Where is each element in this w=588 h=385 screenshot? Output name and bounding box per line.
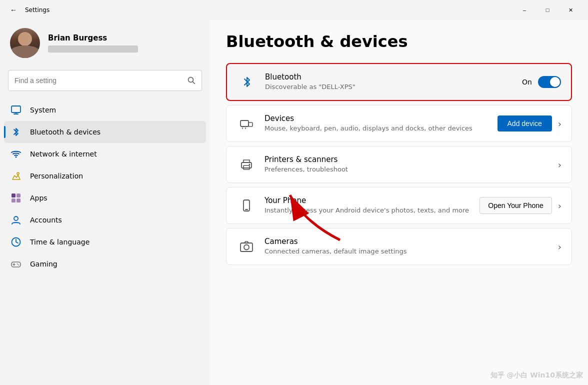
user-info: Brian Burgess <box>48 34 138 52</box>
svg-rect-18 <box>240 120 248 126</box>
avatar <box>10 28 40 58</box>
maximize-button[interactable]: □ <box>536 2 559 18</box>
personalization-icon <box>10 170 22 182</box>
avatar-image <box>10 28 40 58</box>
bluetooth-toggle[interactable] <box>538 76 561 88</box>
bluetooth-action: On <box>522 76 561 88</box>
sidebar-item-time[interactable]: Time & language <box>4 231 206 253</box>
phone-action: Open Your Phone › <box>480 197 562 214</box>
accounts-icon <box>10 214 22 226</box>
phone-card: Your Phone Instantly access your Android… <box>226 187 572 224</box>
svg-rect-7 <box>12 194 16 198</box>
phone-row[interactable]: Your Phone Instantly access your Android… <box>226 188 572 224</box>
devices-card: Devices Mouse, keyboard, pen, audio, dis… <box>226 105 572 142</box>
printers-chevron: › <box>558 160 562 170</box>
bluetooth-card-icon <box>237 72 257 92</box>
svg-point-28 <box>244 245 249 250</box>
time-icon <box>10 236 22 248</box>
user-name: Brian Burgess <box>48 34 138 42</box>
minimize-button[interactable]: – <box>513 2 536 18</box>
avatar-body <box>10 46 40 58</box>
svg-rect-23 <box>244 166 250 170</box>
bluetooth-state-label: On <box>522 78 532 86</box>
cameras-icon <box>236 236 256 256</box>
svg-rect-9 <box>12 198 16 202</box>
devices-subtitle: Mouse, keyboard, pen, audio, displays an… <box>264 124 490 133</box>
bluetooth-title: Bluetooth <box>265 72 514 82</box>
search-icon <box>188 76 196 84</box>
printers-icon <box>236 154 256 174</box>
devices-card-text: Devices Mouse, keyboard, pen, audio, dis… <box>264 114 490 133</box>
devices-chevron: › <box>558 118 562 129</box>
app-body: Brian Burgess <box>0 20 588 385</box>
open-phone-button[interactable]: Open Your Phone <box>480 197 552 214</box>
sidebar-item-time-label: Time & language <box>30 238 90 246</box>
sidebar-item-gaming[interactable]: Gaming <box>4 253 206 275</box>
phone-title: Your Phone <box>264 196 472 205</box>
svg-point-11 <box>14 216 18 220</box>
sidebar-item-system-label: System <box>30 106 56 114</box>
printers-subtitle: Preferences, troubleshoot <box>264 165 550 174</box>
cameras-subtitle: Connected cameras, default image setting… <box>264 247 550 256</box>
svg-point-5 <box>16 156 17 158</box>
svg-rect-10 <box>16 198 20 202</box>
phone-subtitle: Instantly access your Android device's p… <box>264 206 472 215</box>
apps-icon <box>10 192 22 204</box>
printers-title: Printers & scanners <box>264 155 550 164</box>
devices-icon <box>236 114 256 134</box>
svg-rect-8 <box>16 194 20 198</box>
printers-row[interactable]: Printers & scanners Preferences, trouble… <box>226 146 572 182</box>
search-box <box>8 70 202 91</box>
svg-point-16 <box>17 264 18 264</box>
app-title: Settings <box>25 6 50 14</box>
search-icon-button[interactable] <box>188 76 196 84</box>
sidebar-item-gaming-label: Gaming <box>30 260 58 268</box>
window-controls: – □ ✕ <box>513 2 582 18</box>
bluetooth-subtitle: Discoverable as "DELL-XPS" <box>265 82 514 92</box>
add-device-button[interactable]: Add device <box>498 116 552 132</box>
search-container <box>0 68 210 99</box>
sidebar-item-network[interactable]: Network & internet <box>4 143 206 165</box>
sidebar-item-bluetooth-label: Bluetooth & devices <box>30 128 100 136</box>
svg-point-6 <box>17 172 19 174</box>
svg-point-24 <box>249 164 250 166</box>
user-section: Brian Burgess <box>0 20 210 68</box>
avatar-head <box>18 32 32 46</box>
cameras-row[interactable]: Cameras Connected cameras, default image… <box>226 228 572 264</box>
sidebar-item-personalization[interactable]: Personalization <box>4 165 206 187</box>
cameras-chevron: › <box>558 242 562 252</box>
bluetooth-card: Bluetooth Discoverable as "DELL-XPS" On <box>226 63 572 101</box>
svg-point-17 <box>18 264 19 266</box>
back-button[interactable]: ← <box>6 2 21 18</box>
main-content: Bluetooth & devices Bluetooth Discoverab… <box>210 20 588 385</box>
svg-rect-19 <box>248 122 252 126</box>
bluetooth-card-text: Bluetooth Discoverable as "DELL-XPS" <box>265 72 514 92</box>
sidebar-item-apps-label: Apps <box>30 194 48 202</box>
sidebar-item-bluetooth[interactable]: Bluetooth & devices <box>4 121 206 143</box>
bluetooth-icon <box>10 126 22 138</box>
sidebar-item-accounts[interactable]: Accounts <box>4 209 206 231</box>
phone-icon <box>236 196 256 216</box>
cameras-title: Cameras <box>264 237 550 246</box>
sidebar-item-accounts-label: Accounts <box>30 216 62 224</box>
phone-chevron: › <box>558 200 562 211</box>
gaming-icon <box>10 258 22 270</box>
sidebar-item-apps[interactable]: Apps <box>4 187 206 209</box>
sidebar-item-network-label: Network & internet <box>30 150 97 158</box>
devices-title: Devices <box>264 114 490 123</box>
watermark: 知乎 @小白 Win10系统之家 <box>490 371 583 380</box>
sidebar-item-system[interactable]: System <box>4 99 206 121</box>
devices-action: Add device › <box>498 116 562 132</box>
toggle-knob <box>550 77 560 87</box>
cameras-card: Cameras Connected cameras, default image… <box>226 228 572 265</box>
search-input[interactable] <box>14 76 184 84</box>
page-title: Bluetooth & devices <box>226 32 572 51</box>
devices-row[interactable]: Devices Mouse, keyboard, pen, audio, dis… <box>226 106 572 142</box>
user-email-bar <box>48 46 138 52</box>
network-icon <box>10 148 22 160</box>
close-button[interactable]: ✕ <box>559 2 582 18</box>
bluetooth-row: Bluetooth Discoverable as "DELL-XPS" On <box>227 64 571 100</box>
nav-items: System Bluetooth & devices <box>0 99 210 385</box>
printers-card: Printers & scanners Preferences, trouble… <box>226 146 572 183</box>
svg-rect-27 <box>240 243 252 252</box>
